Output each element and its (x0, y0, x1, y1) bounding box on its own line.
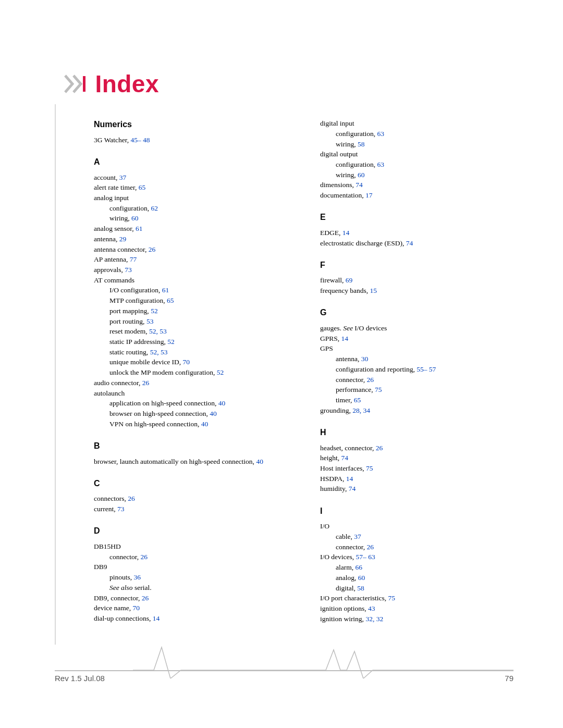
index-entry: AT commands (94, 276, 295, 285)
index-entry: See also serial. (109, 583, 295, 593)
page-ref[interactable]: 26 (365, 376, 374, 384)
page-ref[interactable]: 37 (117, 174, 126, 181)
index-entry: analog input (94, 193, 295, 203)
page-ref[interactable]: 14 (344, 475, 353, 483)
index-entry: AP antenna, 77 (94, 255, 295, 264)
page-ref[interactable]: 40 (208, 410, 217, 417)
page-ref[interactable]: 40 (199, 420, 208, 428)
page-ref[interactable]: 52 (149, 307, 158, 315)
index-letter: C (94, 478, 295, 489)
page-ref[interactable]: 73 (123, 266, 132, 274)
index-entry: pinouts, 36 (109, 573, 295, 582)
index-entry: performance, 75 (336, 385, 521, 394)
page-ref[interactable]: 61 (134, 225, 143, 232)
page-ref[interactable]: 65 (352, 396, 361, 404)
page-ref[interactable]: 28, 34 (351, 406, 370, 414)
index-entry: static IP addressing, 52 (109, 337, 295, 347)
page-ref[interactable]: 32, 32 (364, 615, 383, 623)
index-entry: alert rate timer, 65 (94, 183, 295, 192)
page-ref[interactable]: 58 (356, 584, 364, 592)
page-title: Index (95, 68, 159, 100)
index-entry: timer, 65 (336, 396, 521, 405)
page-ref[interactable]: 26 (374, 444, 383, 452)
page-ref[interactable]: 74 (354, 181, 363, 189)
page-ref[interactable]: 26 (126, 495, 135, 502)
page-ref[interactable]: 37 (352, 533, 361, 540)
index-entry: connector, 26 (336, 542, 521, 552)
index-entry: browser, launch automatically on high‑sp… (94, 457, 295, 466)
page-ref[interactable]: 29 (117, 235, 126, 243)
page-ref[interactable]: 26 (146, 245, 155, 253)
index-entry: port routing, 53 (109, 317, 295, 326)
page-ref[interactable]: 61 (160, 286, 169, 294)
index-entry: wiring, 58 (336, 140, 521, 149)
index-letter: I (320, 505, 521, 517)
page-ref[interactable]: 53 (145, 317, 154, 325)
page-ref[interactable]: 26 (139, 553, 148, 561)
page-ref[interactable]: 62 (149, 204, 158, 212)
page-ref[interactable]: 15 (368, 287, 377, 294)
page-ref[interactable]: 60 (356, 574, 365, 582)
page-ref[interactable]: 75 (364, 464, 373, 472)
page-ref[interactable]: 74 (347, 485, 356, 492)
page-ref[interactable]: 55– 57 (415, 365, 436, 373)
index-entry: I/O port characteristics, 75 (320, 594, 521, 603)
page-ref[interactable]: 52, 53 (148, 348, 167, 356)
page-ref[interactable]: 52 (215, 368, 224, 376)
page-ref[interactable]: 74 (404, 239, 413, 247)
index-entry: wiring, 60 (109, 214, 295, 223)
page-ref[interactable]: 17 (364, 191, 373, 199)
page-ref[interactable]: 43 (366, 604, 375, 612)
page-ref[interactable]: 45– 48 (129, 136, 150, 144)
index-entry: configuration, 63 (336, 160, 521, 169)
page-ref[interactable]: 30 (359, 355, 368, 363)
page-ref[interactable]: 60 (130, 214, 139, 222)
page-ref[interactable]: 60 (356, 171, 365, 179)
page-ref[interactable]: 58 (356, 140, 365, 148)
page-ref[interactable]: 14 (339, 335, 348, 342)
index-letter: H (320, 427, 521, 438)
page-ref[interactable]: 63 (375, 161, 384, 168)
page-ref[interactable]: 26 (140, 379, 149, 387)
index-entry: ignition options, 43 (320, 604, 521, 613)
page-ref[interactable]: 75 (386, 594, 395, 602)
page-ref[interactable]: 69 (344, 276, 352, 284)
page-ref[interactable]: 63 (375, 130, 384, 138)
page-ref[interactable]: 75 (373, 386, 382, 393)
page-ref[interactable]: 77 (128, 255, 137, 263)
page-ref[interactable]: 74 (339, 454, 348, 462)
index-entry: firewall, 69 (320, 276, 521, 285)
page-ref[interactable]: 70 (131, 604, 140, 612)
page-ref[interactable]: 70 (181, 358, 190, 366)
page-ref[interactable]: 73 (116, 505, 125, 513)
index-entry: DB9, connector, 26 (94, 594, 295, 603)
index-entry: configuration, 62 (109, 204, 295, 213)
svg-rect-0 (83, 76, 85, 92)
index-entry: I/O configuration, 61 (109, 286, 295, 295)
page-ref[interactable]: 57– 63 (354, 553, 375, 561)
index-entry: 3G Watcher, 45– 48 (94, 135, 295, 145)
index-entry: connector, 26 (336, 375, 521, 385)
index-letter: A (94, 156, 295, 168)
page-ref[interactable]: 40 (254, 458, 263, 465)
page-ref[interactable]: 14 (340, 229, 349, 237)
page-ref[interactable]: 36 (132, 573, 141, 581)
index-entry: configuration and reporting, 55– 57 (336, 365, 521, 374)
page-ref[interactable]: 65 (165, 297, 174, 304)
index-entry: HSDPA, 14 (320, 474, 521, 484)
title-block: Index (64, 68, 513, 100)
index-letter: G (320, 307, 521, 318)
revision-label: Rev 1.5 Jul.08 (55, 673, 105, 684)
index-entry: GPRS, 14 (320, 334, 521, 343)
page-ref[interactable]: 52 (166, 338, 175, 346)
page-ref[interactable]: 26 (365, 543, 374, 551)
index-entry: digital output (320, 150, 521, 159)
page-ref[interactable]: 40 (216, 399, 225, 407)
page-ref[interactable]: 52, 53 (148, 327, 167, 335)
page: Index Numerics3G Watcher, 45– 48Aaccount… (0, 0, 563, 728)
page-ref[interactable]: 66 (353, 563, 362, 571)
page-ref[interactable]: 65 (137, 183, 145, 191)
page-ref[interactable]: 14 (151, 614, 160, 622)
index-entry: approvals, 73 (94, 265, 295, 275)
page-ref[interactable]: 26 (140, 594, 149, 602)
